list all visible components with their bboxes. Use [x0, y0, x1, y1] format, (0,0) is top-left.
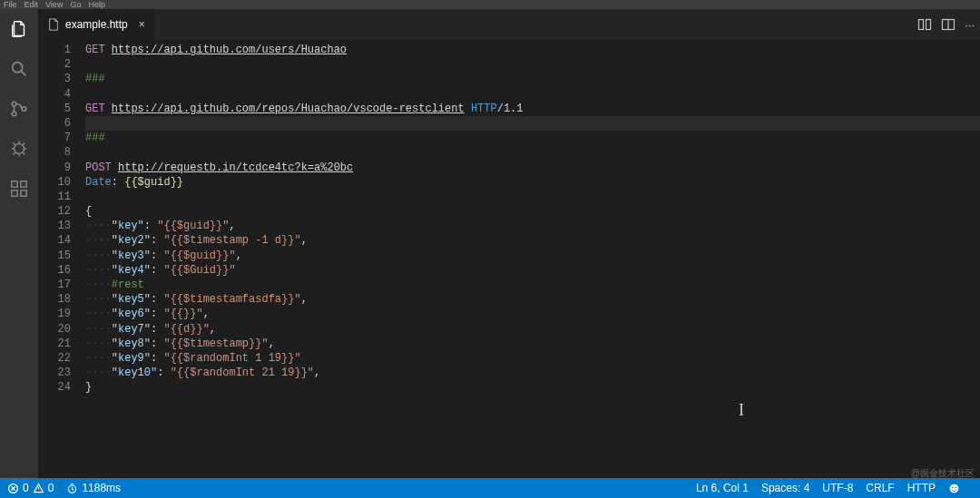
svg-rect-9: [919, 20, 924, 30]
line-gutter: 123456789101112131415161718192021222324: [38, 43, 85, 478]
extensions-icon[interactable]: [6, 176, 32, 201]
scm-icon[interactable]: [6, 96, 32, 122]
svg-point-16: [955, 486, 956, 488]
errors-status[interactable]: 0 0: [7, 482, 54, 494]
menubar: File Edit View Go Help: [0, 0, 980, 9]
more-actions-icon[interactable]: ···: [965, 18, 975, 32]
svg-rect-5: [12, 181, 17, 187]
watermark: @掘金技术社区: [911, 467, 975, 480]
code-editor[interactable]: 123456789101112131415161718192021222324 …: [38, 41, 980, 478]
svg-rect-6: [12, 190, 17, 196]
text-cursor-icon: I: [739, 401, 744, 420]
tab-bar: example.http × ···: [38, 9, 980, 41]
svg-rect-10: [926, 20, 931, 30]
menu-view[interactable]: View: [45, 0, 63, 9]
close-icon[interactable]: ×: [139, 18, 145, 31]
svg-point-15: [952, 486, 954, 488]
errors-count: 0: [23, 482, 29, 494]
file-icon: [47, 18, 60, 31]
svg-rect-7: [21, 190, 26, 196]
debug-icon[interactable]: [6, 136, 32, 161]
menu-file[interactable]: File: [4, 0, 17, 9]
tab-label: example.http: [65, 18, 128, 31]
timing-value: 1188ms: [82, 482, 121, 494]
svg-point-3: [22, 107, 26, 112]
warnings-count: 0: [48, 482, 54, 494]
search-icon[interactable]: [6, 56, 32, 82]
compare-icon[interactable]: [917, 17, 932, 32]
encoding-status[interactable]: UTF-8: [822, 482, 853, 494]
indentation-status[interactable]: Spaces: 4: [761, 482, 809, 494]
menu-go[interactable]: Go: [70, 0, 81, 9]
svg-point-0: [13, 63, 23, 73]
svg-point-4: [15, 144, 24, 154]
svg-point-2: [12, 112, 16, 116]
svg-point-1: [12, 102, 16, 106]
timing-status[interactable]: 1188ms: [66, 482, 121, 494]
svg-point-14: [950, 483, 959, 493]
split-editor-icon[interactable]: [941, 17, 956, 32]
feedback-icon[interactable]: [948, 483, 960, 494]
cursor-position[interactable]: Ln 6, Col 1: [696, 482, 749, 494]
status-bar: 0 0 1188ms Ln 6, Col 1 Spaces: 4 UTF-8 C…: [0, 478, 980, 498]
svg-rect-8: [21, 181, 26, 187]
code-content[interactable]: GET https://api.github.com/users/Huachao…: [85, 43, 980, 478]
files-icon[interactable]: [6, 16, 32, 42]
menu-help[interactable]: Help: [88, 0, 105, 9]
menu-edit[interactable]: Edit: [24, 0, 39, 9]
tab-example-http[interactable]: example.http ×: [38, 9, 154, 40]
activity-bar: [0, 9, 38, 478]
eol-status[interactable]: CRLF: [866, 482, 894, 494]
language-mode[interactable]: HTTP: [907, 482, 936, 494]
